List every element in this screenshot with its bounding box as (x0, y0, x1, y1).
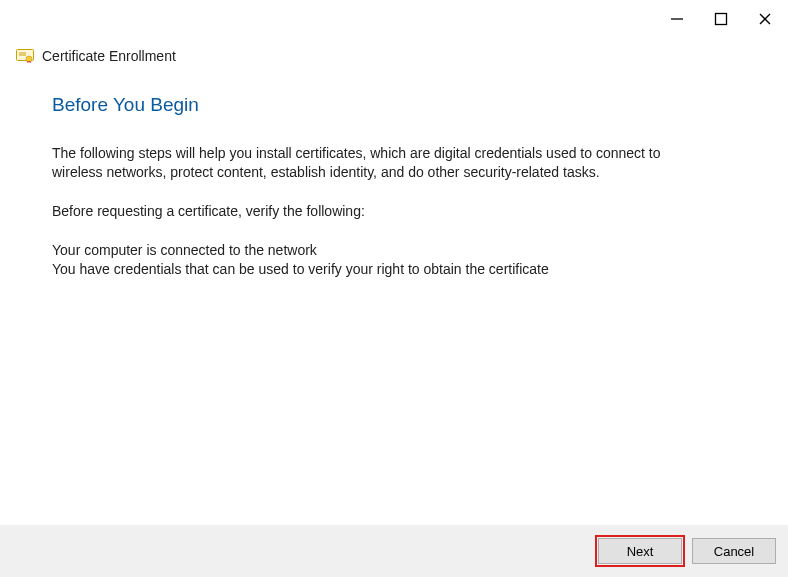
check-item: You have credentials that can be used to… (52, 260, 744, 279)
header: Certificate Enrollment (0, 48, 788, 64)
page-heading: Before You Begin (52, 94, 744, 116)
intro-paragraph: The following steps will help you instal… (52, 144, 712, 182)
maximize-button[interactable] (712, 10, 730, 28)
content-area: Before You Begin The following steps wil… (0, 64, 788, 278)
next-button[interactable]: Next (598, 538, 682, 564)
verify-prompt: Before requesting a certificate, verify … (52, 202, 712, 221)
minimize-button[interactable] (668, 10, 686, 28)
titlebar (0, 0, 788, 32)
check-item: Your computer is connected to the networ… (52, 241, 744, 260)
header-title: Certificate Enrollment (42, 48, 176, 64)
maximize-icon (714, 12, 728, 26)
cancel-button[interactable]: Cancel (692, 538, 776, 564)
minimize-icon (670, 12, 684, 26)
footer-bar: Next Cancel (0, 525, 788, 577)
svg-rect-1 (716, 14, 727, 25)
close-icon (758, 12, 772, 26)
close-button[interactable] (756, 10, 774, 28)
certificate-icon (16, 49, 34, 63)
